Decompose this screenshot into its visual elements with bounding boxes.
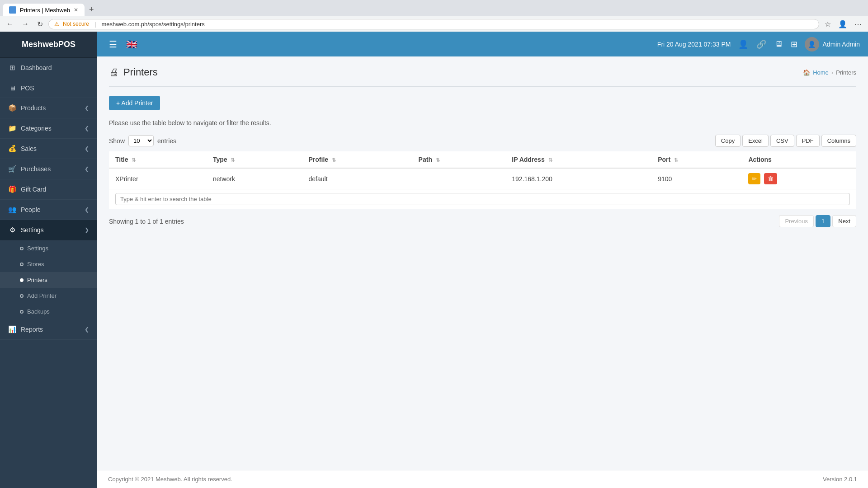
cell-ip: 192.168.1.200 [505, 168, 651, 189]
new-tab-button[interactable]: + [85, 2, 99, 17]
address-bar[interactable]: ⚠ Not secure | meshweb.com.ph/spos/setti… [48, 19, 819, 29]
sales-chevron: ❮ [85, 145, 89, 152]
columns-button[interactable]: Columns [821, 135, 856, 147]
pdf-button[interactable]: PDF [796, 135, 820, 147]
tab-title: Printers | Meshweb [20, 7, 70, 14]
sidebar-subitem-label-printers: Printers [27, 277, 47, 283]
data-table: Title ⇅ Type ⇅ Profile ⇅ Path [109, 151, 856, 209]
next-page-btn[interactable]: Next [832, 215, 856, 227]
content-area: 🖨 Printers 🏠 Home › Printers + Add Print… [97, 56, 868, 470]
breadcrumb: 🏠 Home › Printers [803, 69, 856, 76]
monitor-btn[interactable]: 🖥 [773, 38, 784, 51]
show-label: Show [109, 137, 125, 145]
user-avatar: 👤 [805, 37, 819, 52]
pagination-area: Showing 1 to 1 of 1 entries Previous 1 N… [109, 215, 856, 227]
previous-page-btn[interactable]: Previous [779, 215, 814, 227]
col-actions-label: Actions [748, 156, 771, 163]
stores-dot-icon [20, 263, 24, 266]
sidebar-item-giftcard[interactable]: 🎁 Gift Card [0, 179, 97, 200]
footer-copyright: Copyright © 2021 Meshweb. All rights res… [108, 476, 232, 483]
sidebar-subitem-settings[interactable]: Settings [0, 240, 97, 256]
copy-button[interactable]: Copy [715, 135, 741, 147]
security-label: Not secure [63, 21, 89, 27]
sidebar-label-sales: Sales [21, 145, 80, 152]
col-actions: Actions [742, 151, 856, 168]
footer: Copyright © 2021 Meshweb. All rights res… [97, 470, 868, 488]
user-name: Admin Admin [823, 41, 860, 48]
menu-toggle-btn[interactable]: ☰ [105, 37, 121, 52]
excel-button[interactable]: Excel [742, 135, 769, 147]
show-entries: Show 10 25 50 100 entries [109, 135, 176, 146]
dashboard-icon: ⊞ [8, 64, 16, 72]
page-1-btn[interactable]: 1 [816, 215, 830, 227]
table-row: XPrinter network default 192.168.1.200 9… [109, 168, 856, 189]
purchases-chevron: ❮ [85, 166, 89, 172]
user-sync-btn[interactable]: 👤 [736, 38, 750, 51]
sidebar-subitem-label-stores: Stores [27, 261, 44, 267]
sidebar-label-pos: POS [21, 84, 89, 92]
grid-btn[interactable]: ⊞ [789, 38, 799, 51]
section-divider [109, 86, 856, 87]
add-printer-button[interactable]: + Add Printer [109, 96, 160, 110]
col-title[interactable]: Title ⇅ [109, 151, 207, 168]
reload-button[interactable]: ↻ [34, 18, 46, 30]
col-profile-label: Profile [309, 156, 329, 163]
language-flag[interactable]: 🇬🇧 [126, 39, 137, 50]
search-input[interactable] [115, 193, 850, 205]
reports-chevron: ❮ [85, 326, 89, 333]
security-icon: ⚠ [54, 21, 59, 27]
sidebar-label-people: People [21, 206, 80, 213]
page-title-text: Printers [123, 66, 158, 78]
tab-favicon [9, 6, 16, 14]
sidebar-subitem-add-printer[interactable]: Add Printer [0, 288, 97, 304]
sales-icon: 💰 [8, 145, 16, 153]
sidebar-label-products: Products [21, 104, 80, 112]
sidebar-item-people[interactable]: 👥 People ❮ [0, 200, 97, 220]
sidebar-subitem-stores[interactable]: Stores [0, 256, 97, 272]
categories-icon: 📁 [8, 124, 16, 132]
sidebar-item-sales[interactable]: 💰 Sales ❮ [0, 139, 97, 159]
tab-close-btn[interactable]: ✕ [74, 7, 78, 13]
sort-icon-type: ⇅ [231, 157, 235, 163]
page-header: 🖨 Printers 🏠 Home › Printers [109, 66, 856, 78]
col-port[interactable]: Port ⇅ [651, 151, 742, 168]
breadcrumb-separator: › [831, 69, 833, 76]
people-icon: 👥 [8, 206, 16, 214]
search-row [109, 189, 856, 209]
profile-btn[interactable]: 👤 [835, 18, 850, 30]
network-btn[interactable]: 🔗 [755, 38, 768, 51]
bookmark-btn[interactable]: ☆ [822, 18, 834, 30]
col-path[interactable]: Path ⇅ [412, 151, 506, 168]
breadcrumb-home-link[interactable]: Home [813, 69, 829, 76]
settings-dot-icon [20, 247, 24, 250]
sidebar-subitem-printers[interactable]: Printers [0, 272, 97, 288]
col-type[interactable]: Type ⇅ [207, 151, 302, 168]
export-buttons: Copy Excel CSV PDF Columns [715, 135, 856, 147]
sidebar-subitem-backups[interactable]: Backups [0, 304, 97, 319]
sidebar-item-reports[interactable]: 📊 Reports ❮ [0, 319, 97, 340]
sidebar-item-settings[interactable]: ⚙ Settings ❯ [0, 220, 97, 240]
browser-tab-active[interactable]: Printers | Meshweb ✕ [3, 4, 85, 16]
sort-icon-port: ⇅ [674, 157, 678, 163]
delete-printer-btn[interactable]: 🗑 [764, 173, 777, 184]
csv-button[interactable]: CSV [770, 135, 794, 147]
settings-chevron: ❯ [85, 227, 89, 233]
forward-button[interactable]: → [19, 18, 32, 30]
footer-version: Version 2.0.1 [823, 476, 857, 483]
sidebar-item-products[interactable]: 📦 Products ❮ [0, 98, 97, 118]
cell-title: XPrinter [109, 168, 207, 189]
breadcrumb-current: Printers [836, 69, 856, 76]
sidebar-item-purchases[interactable]: 🛒 Purchases ❮ [0, 159, 97, 179]
sidebar-item-dashboard[interactable]: ⊞ Dashboard [0, 58, 97, 78]
header-user[interactable]: 👤 Admin Admin [805, 37, 860, 52]
col-profile[interactable]: Profile ⇅ [302, 151, 412, 168]
col-ip[interactable]: IP Address ⇅ [505, 151, 651, 168]
more-options-btn[interactable]: ⋯ [852, 18, 864, 30]
back-button[interactable]: ← [4, 18, 16, 30]
sidebar-item-pos[interactable]: 🖥 POS [0, 78, 97, 98]
sidebar-item-categories[interactable]: 📁 Categories ❮ [0, 118, 97, 139]
address-separator: | [93, 21, 98, 28]
edit-printer-btn[interactable]: ✏ [748, 173, 760, 184]
people-chevron: ❮ [85, 206, 89, 213]
entries-select[interactable]: 10 25 50 100 [128, 135, 154, 146]
